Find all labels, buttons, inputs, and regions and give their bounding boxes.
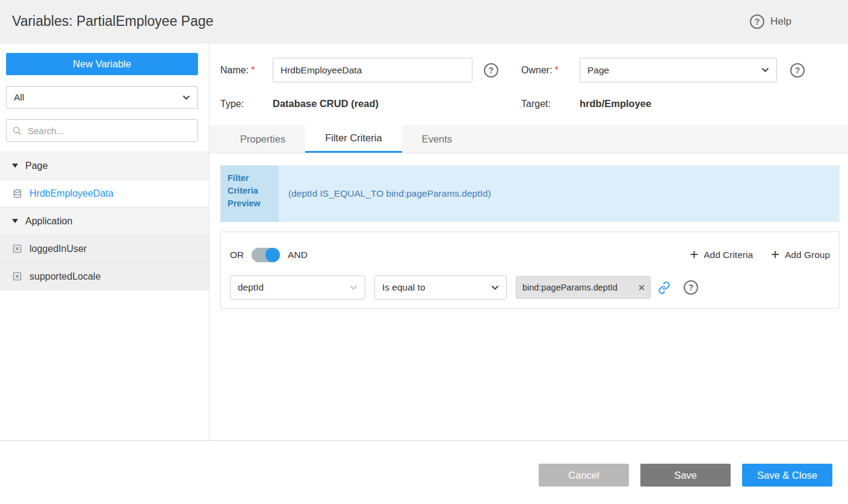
variable-detail-panel: Name:* ? Owner:* Page ? Ty bbox=[209, 43, 848, 440]
chevron-down-icon bbox=[761, 67, 769, 73]
help-button[interactable]: ? Help bbox=[750, 14, 791, 29]
tree-item-loggedinuser[interactable]: loggedInUser bbox=[0, 235, 209, 263]
owner-help-icon[interactable]: ? bbox=[790, 63, 805, 78]
chevron-down-icon bbox=[491, 285, 499, 290]
target-value: hrdb/Employee bbox=[580, 98, 777, 109]
search-input[interactable] bbox=[26, 125, 191, 137]
new-variable-button[interactable]: New Variable bbox=[6, 53, 198, 75]
variable-search-box bbox=[6, 119, 198, 142]
criteria-field-value: deptId bbox=[238, 282, 264, 293]
name-label: Name:* bbox=[220, 65, 273, 76]
tree-item-label: HrdbEmployeeData bbox=[29, 188, 114, 199]
variable-filter-value: All bbox=[14, 92, 24, 103]
owner-select[interactable]: Page bbox=[580, 58, 777, 82]
tree-item-label: loggedInUser bbox=[29, 244, 87, 254]
owner-select-value: Page bbox=[587, 65, 609, 76]
database-variable-icon bbox=[12, 189, 22, 198]
page-title: Variables: PartialEmployee Page bbox=[12, 13, 214, 29]
variables-dialog: Variables: PartialEmployee Page ? Help N… bbox=[0, 0, 848, 504]
criteria-field-select[interactable]: deptId bbox=[230, 275, 365, 300]
add-criteria-button[interactable]: + Add Criteria bbox=[690, 249, 753, 262]
variables-sidebar: New Variable All Page bbox=[0, 43, 209, 440]
variable-filter-select[interactable]: All bbox=[6, 86, 198, 109]
criteria-toolbar: OR AND + Add Criteria + A bbox=[230, 244, 830, 266]
bind-link-icon[interactable] bbox=[658, 281, 670, 294]
type-label: Type: bbox=[220, 99, 273, 109]
owner-help-cell: ? bbox=[777, 63, 819, 78]
criteria-value-chip[interactable]: bind:pageParams.deptId × bbox=[516, 276, 651, 299]
criteria-operator-value: Is equal to bbox=[382, 282, 426, 293]
tab-events[interactable]: Events bbox=[402, 125, 472, 153]
add-criteria-label: Add Criteria bbox=[704, 250, 753, 260]
save-and-close-button[interactable]: Save & Close bbox=[742, 464, 832, 487]
chevron-down-icon bbox=[350, 285, 357, 290]
tree-group-application[interactable]: Application bbox=[0, 207, 209, 235]
or-label: OR bbox=[230, 250, 244, 260]
type-value: Database CRUD (read) bbox=[273, 98, 472, 109]
criteria-row: deptId Is equal to bind:pa bbox=[230, 275, 830, 300]
add-group-button[interactable]: + Add Group bbox=[771, 249, 830, 262]
tab-properties[interactable]: Properties bbox=[220, 125, 305, 153]
criteria-builder: OR AND + Add Criteria + A bbox=[220, 232, 840, 309]
footer-buttons: Cancel Save Save & Close bbox=[539, 464, 832, 487]
remove-value-icon[interactable]: × bbox=[638, 281, 645, 293]
model-variable-icon bbox=[12, 244, 22, 253]
tree-item-label: supportedLocale bbox=[29, 271, 101, 282]
tree-item-hrdbemployeedata[interactable]: HrdbEmployeeData bbox=[0, 180, 209, 207]
or-and-toggle[interactable] bbox=[252, 248, 280, 262]
detail-tabs: Properties Filter Criteria Events bbox=[209, 125, 848, 153]
name-help-cell: ? bbox=[472, 63, 521, 78]
tab-filter-criteria[interactable]: Filter Criteria bbox=[305, 125, 401, 153]
name-input[interactable] bbox=[273, 58, 472, 82]
plus-icon: + bbox=[771, 247, 779, 262]
name-help-icon[interactable]: ? bbox=[484, 63, 498, 78]
preview-label: Filter Criteria Preview bbox=[220, 165, 279, 222]
add-group-label: Add Group bbox=[785, 250, 830, 260]
tree-item-supportedlocale[interactable]: supportedLocale bbox=[0, 263, 209, 290]
criteria-actions: + Add Criteria + Add Group bbox=[690, 249, 830, 262]
search-icon bbox=[13, 126, 22, 135]
toggle-knob bbox=[265, 248, 280, 262]
required-asterisk: * bbox=[251, 65, 255, 75]
dialog-body: New Variable All Page bbox=[0, 43, 848, 441]
tree-group-label: Application bbox=[25, 216, 72, 227]
chevron-down-icon bbox=[182, 95, 190, 100]
tree-group-page[interactable]: Page bbox=[0, 152, 209, 180]
filter-criteria-panel: Filter Criteria Preview (deptId IS_EQUAL… bbox=[209, 153, 848, 309]
help-label: Help bbox=[770, 16, 791, 28]
required-asterisk: * bbox=[555, 65, 559, 75]
caret-down-icon bbox=[12, 164, 18, 168]
owner-label: Owner:* bbox=[521, 65, 580, 76]
save-button[interactable]: Save bbox=[640, 464, 731, 487]
model-variable-icon bbox=[12, 272, 22, 281]
variable-form: Name:* ? Owner:* Page ? Ty bbox=[209, 58, 848, 109]
plus-icon: + bbox=[690, 247, 698, 262]
tree-group-label: Page bbox=[25, 161, 48, 171]
criteria-help-icon[interactable]: ? bbox=[684, 280, 698, 295]
and-label: AND bbox=[288, 250, 308, 260]
variables-tree: Page HrdbEmployeeData Application l bbox=[0, 152, 209, 290]
filter-criteria-preview: Filter Criteria Preview (deptId IS_EQUAL… bbox=[220, 165, 840, 222]
help-icon: ? bbox=[750, 14, 764, 29]
target-label: Target: bbox=[521, 99, 580, 109]
dialog-header: Variables: PartialEmployee Page ? Help bbox=[0, 0, 848, 43]
criteria-operator-select[interactable]: Is equal to bbox=[374, 275, 507, 300]
sidebar-controls: New Variable All bbox=[0, 43, 209, 152]
chip-text: bind:pageParams.deptId bbox=[522, 283, 636, 292]
cancel-button[interactable]: Cancel bbox=[539, 464, 629, 487]
dialog-footer: Cancel Save Save & Close bbox=[0, 441, 848, 504]
caret-down-icon bbox=[12, 219, 18, 223]
preview-value: (deptId IS_EQUAL_TO bind:pageParams.dept… bbox=[279, 165, 840, 222]
